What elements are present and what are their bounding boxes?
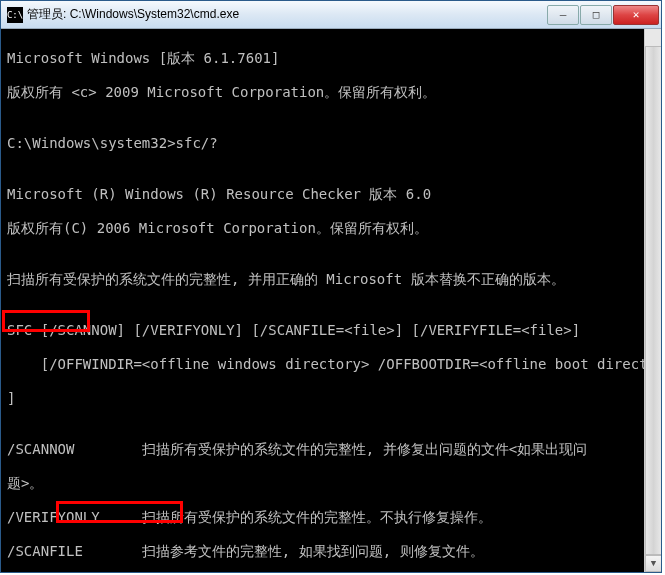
output-line: Microsoft Windows [版本 6.1.7601] (7, 50, 655, 67)
prompt-line: C:\Windows\system32>sfc/? (7, 135, 655, 152)
output-line: 版权所有 <c> 2009 Microsoft Corporation。保留所有… (7, 84, 655, 101)
maximize-button[interactable]: □ (580, 5, 612, 25)
scroll-down-button[interactable]: ▼ (645, 555, 661, 572)
output-line: /VERIFYONLY 扫描所有受保护的系统文件的完整性。不执行修复操作。 (7, 509, 655, 526)
minimize-button[interactable]: — (547, 5, 579, 25)
output-line: Microsoft (R) Windows (R) Resource Check… (7, 186, 655, 203)
output-line: [/OFFWINDIR=<offline windows directory> … (7, 356, 655, 373)
cmd-window: C:\ 管理员: C:\Windows\System32\cmd.exe — □… (0, 0, 662, 573)
output-line: /SCANFILE 扫描参考文件的完整性, 如果找到问题, 则修复文件。 (7, 543, 655, 560)
close-button[interactable]: ✕ (613, 5, 659, 25)
vertical-scrollbar[interactable]: ▲ ▼ (644, 29, 661, 572)
scroll-thumb[interactable] (645, 46, 661, 555)
titlebar[interactable]: C:\ 管理员: C:\Windows\System32\cmd.exe — □… (1, 1, 661, 29)
output-line: /SCANNOW 扫描所有受保护的系统文件的完整性, 并修复出问题的文件<如果出… (7, 441, 655, 458)
terminal-output[interactable]: Microsoft Windows [版本 6.1.7601] 版权所有 <c>… (1, 29, 661, 572)
window-title: 管理员: C:\Windows\System32\cmd.exe (27, 6, 546, 23)
window-buttons: — □ ✕ (546, 5, 659, 25)
output-line: 扫描所有受保护的系统文件的完整性, 并用正确的 Microsoft 版本替换不正… (7, 271, 655, 288)
output-line: 版权所有(C) 2006 Microsoft Corporation。保留所有权… (7, 220, 655, 237)
output-line: SFC [/SCANNOW] [/VERIFYONLY] [/SCANFILE=… (7, 322, 655, 339)
output-line: 题>。 (7, 475, 655, 492)
cmd-icon: C:\ (7, 7, 23, 23)
output-line: ] (7, 390, 655, 407)
